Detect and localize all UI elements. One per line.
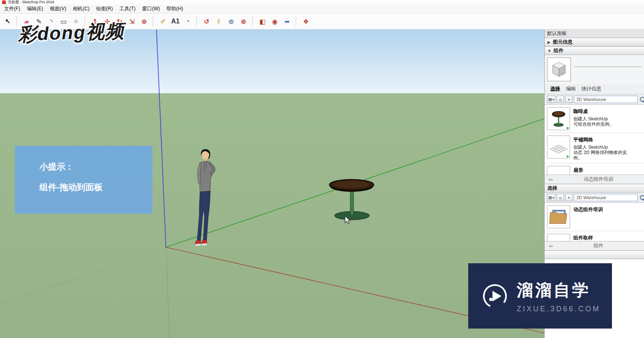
collection-item-component-sampler[interactable]: 组件取样 bbox=[545, 231, 644, 241]
play-logo-icon bbox=[480, 281, 510, 311]
section-entity-info[interactable]: ▶ 图元信息 bbox=[545, 38, 644, 46]
component-desc-line: 动态 2D 网格排列物体的实例。 bbox=[573, 150, 627, 160]
collection-name: 组件取样 bbox=[573, 235, 593, 241]
collections-dropdown-button[interactable]: ▾ bbox=[565, 194, 573, 201]
component-desc-line: 创建人 SketchUp bbox=[573, 145, 608, 149]
component-preview bbox=[545, 55, 644, 84]
components-tabs: 选择 编辑 统计信息 bbox=[545, 84, 644, 94]
pan-tool[interactable]: ✌ bbox=[213, 15, 225, 28]
tab-statistics[interactable]: 统计信息 bbox=[580, 85, 603, 93]
hint-line-2: 组件-拖动到面板 bbox=[39, 177, 152, 198]
component-info: 咖啡桌 创建人 SketchUp 可组合组件的实例。 bbox=[573, 107, 636, 130]
collections-breadcrumb-row: ⇦ 组件 bbox=[545, 241, 644, 251]
warehouse-search-box[interactable]: 3D Warehouse bbox=[574, 194, 638, 201]
collections-dropdown-button[interactable]: ▾ bbox=[565, 96, 573, 103]
chevron-down-icon: ▼ bbox=[547, 49, 551, 53]
back-arrow-icon[interactable]: ⇦ bbox=[547, 177, 554, 182]
chevron-down-icon: ▾ bbox=[568, 196, 570, 200]
offset-tool[interactable]: ⊚ bbox=[138, 15, 150, 28]
collection-info: 组件取样 bbox=[573, 234, 593, 241]
dimension-tool[interactable]: A1 bbox=[169, 15, 182, 28]
tile-grid-icon bbox=[549, 138, 568, 156]
components-list: ▸ 咖啡桌 创建人 SketchUp 可组合组件的实例。 bbox=[545, 104, 644, 175]
section-collapsed-bottom[interactable] bbox=[545, 251, 644, 259]
component-preview-thumbnail bbox=[547, 57, 571, 81]
modeling-viewport[interactable]: 小提示： 组件-拖动到面板 bbox=[0, 30, 544, 338]
collection-thumbnail bbox=[547, 234, 570, 241]
person-model[interactable] bbox=[186, 148, 223, 251]
walkthrough-tool[interactable]: ◉ bbox=[269, 15, 281, 28]
menu-item[interactable]: 视图(V) bbox=[46, 4, 69, 14]
coffee-table-icon bbox=[549, 109, 568, 128]
collections-list: 动态组件培训 组件取样 bbox=[545, 202, 644, 241]
face-style-tool[interactable]: ◧ bbox=[256, 15, 269, 28]
zoom-tool[interactable]: ⊙ bbox=[225, 15, 237, 28]
component-description: 创建人 SketchUp 可组合组件的实例。 bbox=[573, 116, 636, 127]
collection-info: 动态组件培训 bbox=[573, 205, 603, 228]
section-select-tray[interactable]: 选择 bbox=[545, 184, 644, 193]
search-icon[interactable] bbox=[639, 96, 644, 103]
menu-item[interactable]: 文件(F) bbox=[1, 4, 23, 14]
menu-item[interactable]: 编辑(E) bbox=[23, 4, 46, 14]
component-item-fan-shape[interactable]: 扇形 bbox=[545, 163, 644, 175]
collection-thumbnail bbox=[547, 205, 570, 228]
view-options-button[interactable]: ⊞ ▾ bbox=[547, 96, 555, 103]
tape-measure-tool[interactable]: ✐ bbox=[157, 15, 169, 28]
collection-item-dynamic-training[interactable]: 动态组件培训 bbox=[545, 203, 644, 231]
brand-title: 溜溜自学 bbox=[517, 279, 600, 301]
menu-item[interactable]: 绘图(R) bbox=[93, 4, 116, 14]
select-tool[interactable]: ↖ bbox=[2, 15, 14, 28]
grid-view-icon: ⊞ bbox=[548, 97, 552, 102]
view-options-button[interactable]: ⊞ ▾ bbox=[547, 194, 555, 201]
collection-name: 动态组件培训 bbox=[573, 206, 603, 213]
component-item-coffee-table[interactable]: ▸ 咖啡桌 创建人 SketchUp 可组合组件的实例。 bbox=[545, 105, 644, 133]
orbit-tool[interactable]: ↺ bbox=[200, 15, 213, 28]
menu-item[interactable]: 相机(C) bbox=[69, 4, 93, 14]
scale-tool[interactable]: ⇲ bbox=[126, 15, 138, 28]
component-info: 平铺网格 创建人 SketchUp 动态 2D 网格排列物体的实例。 bbox=[573, 136, 636, 161]
component-item-tile-grid[interactable]: ▸ 平铺网格 创建人 SketchUp 动态 2D 网格排列物体的实例。 bbox=[545, 133, 644, 163]
chevron-down-icon: ▾ bbox=[552, 98, 554, 101]
coffee-table-model[interactable] bbox=[326, 174, 377, 221]
zoom-extents-tool[interactable]: ⊛ bbox=[237, 15, 250, 28]
component-name-field[interactable] bbox=[574, 57, 642, 81]
folder-icon bbox=[549, 208, 568, 225]
menu-item[interactable]: 工具(T) bbox=[116, 4, 139, 14]
component-description: 创建人 SketchUp 动态 2D 网格排列物体的实例。 bbox=[573, 145, 636, 161]
brand-text: 溜溜自学 zixue.3d66.com bbox=[517, 279, 600, 313]
grid-view-icon: ⊞ bbox=[548, 195, 552, 200]
menu-item[interactable]: 帮助(H) bbox=[163, 4, 186, 14]
tab-edit[interactable]: 编辑 bbox=[564, 85, 577, 93]
warehouse-search-box[interactable]: 3D Warehouse bbox=[574, 96, 638, 103]
section-plane-tool[interactable]: ❖ bbox=[300, 15, 312, 28]
select-tray-controls: ⊞ ▾ ⌂ ▾ 3D Warehouse bbox=[545, 193, 644, 202]
component-name: 扇形 bbox=[573, 167, 583, 174]
component-desc-line: 创建人 SketchUp bbox=[573, 116, 608, 121]
component-info: 扇形 bbox=[573, 166, 583, 175]
window-title: 无标题 - SketchUp Pro 2018 bbox=[8, 0, 54, 4]
home-button[interactable]: ⌂ bbox=[557, 96, 564, 103]
section-components[interactable]: ▼ 组件 bbox=[545, 46, 644, 55]
home-icon: ⌂ bbox=[559, 195, 562, 200]
tray-title: 默认面板 bbox=[545, 30, 644, 38]
dynamic-component-badge-icon: ▸ bbox=[567, 154, 569, 159]
collection-breadcrumb: 组件 bbox=[556, 242, 641, 249]
home-icon: ⌂ bbox=[559, 97, 562, 102]
toolbar-separator bbox=[153, 16, 156, 26]
home-button[interactable]: ⌂ bbox=[557, 194, 564, 201]
channel-watermark: 彩dong视频 bbox=[18, 18, 125, 47]
tab-select[interactable]: 选择 bbox=[549, 85, 562, 93]
toolbar-separator bbox=[252, 16, 255, 26]
export-tool[interactable]: ➦ bbox=[281, 15, 293, 28]
menu-item[interactable]: 窗口(W) bbox=[139, 4, 163, 14]
name-field-underline bbox=[574, 61, 642, 67]
search-icon[interactable] bbox=[639, 194, 644, 201]
select-tray-title: 选择 bbox=[547, 185, 557, 192]
back-arrow-icon[interactable]: ⇦ bbox=[547, 243, 554, 249]
component-name: 咖啡桌 bbox=[573, 108, 636, 115]
chevron-down-icon: ▾ bbox=[568, 98, 570, 101]
toolbar-separator bbox=[196, 16, 200, 26]
brand-overlay: 溜溜自学 zixue.3d66.com bbox=[468, 263, 612, 329]
mouse-cursor bbox=[344, 216, 352, 225]
protractor-tool[interactable]: ◔ bbox=[182, 15, 194, 28]
